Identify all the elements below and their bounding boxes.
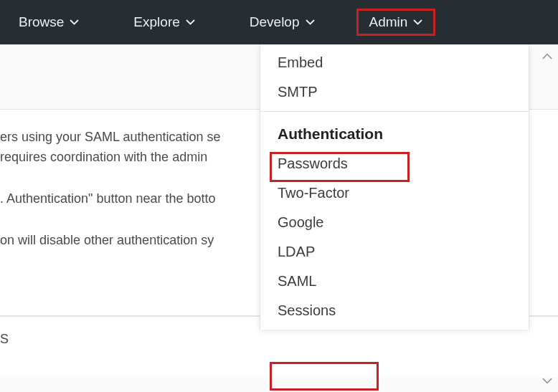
content-area: ers using your SAML authentication se re… — [0, 44, 558, 392]
admin-dropdown: Embed SMTP Authentication Passwords Two-… — [260, 44, 529, 330]
scroll-up-arrow[interactable] — [539, 49, 555, 63]
nav-admin[interactable]: Admin — [356, 9, 436, 36]
dropdown-item-sessions[interactable]: Sessions — [260, 296, 529, 325]
nav-explore[interactable]: Explore — [120, 9, 207, 36]
bg-paragraph-line: S — [0, 330, 558, 350]
dropdown-item-ldap[interactable]: LDAP — [260, 237, 529, 267]
nav-explore-label: Explore — [133, 14, 179, 30]
chevron-down-icon — [70, 19, 79, 25]
chevron-down-icon — [413, 19, 422, 25]
dropdown-item-smtp[interactable]: SMTP — [260, 77, 529, 107]
dropdown-item-passwords[interactable]: Passwords — [260, 149, 529, 178]
nav-admin-label: Admin — [369, 14, 408, 30]
dropdown-item-two-factor[interactable]: Two-Factor — [260, 178, 529, 208]
nav-develop-label: Develop — [250, 14, 300, 30]
dropdown-header-authentication: Authentication — [260, 116, 529, 149]
nav-browse[interactable]: Browse — [6, 9, 92, 36]
dropdown-item-truncated[interactable] — [260, 42, 529, 48]
scroll-down-arrow[interactable] — [539, 373, 555, 388]
top-navbar: Browse Explore Develop Admin — [0, 0, 558, 44]
chevron-down-icon — [306, 19, 315, 25]
dropdown-item-google[interactable]: Google — [260, 208, 529, 237]
dropdown-item-saml[interactable]: SAML — [260, 267, 529, 296]
dropdown-item-embed[interactable]: Embed — [260, 48, 529, 77]
chevron-down-icon — [186, 19, 195, 25]
nav-develop[interactable]: Develop — [237, 9, 328, 36]
nav-browse-label: Browse — [19, 14, 64, 30]
